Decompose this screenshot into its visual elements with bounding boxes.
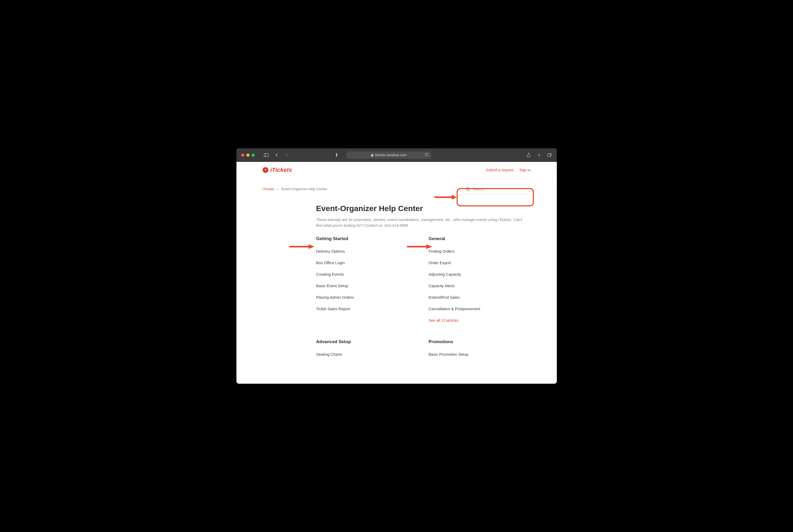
- sections-grid: Getting Started Delivery Options Box Off…: [316, 236, 531, 373]
- see-all-link[interactable]: See all 12 articles: [429, 318, 459, 323]
- close-window-button[interactable]: [241, 154, 244, 157]
- section-advanced-setup: Advanced Setup Seating Charts: [316, 339, 418, 360]
- page-title: Event-Organizer Help Center: [316, 204, 531, 213]
- search-input[interactable]: [472, 187, 526, 191]
- search-box[interactable]: [461, 184, 531, 194]
- submit-request-link[interactable]: Submit a request: [486, 168, 514, 172]
- svg-point-7: [466, 188, 469, 190]
- svg-rect-5: [548, 154, 550, 157]
- article-link[interactable]: Delivery Options: [316, 249, 345, 253]
- tabs-overview-icon[interactable]: [547, 152, 552, 158]
- article-link[interactable]: Order Export: [429, 261, 451, 265]
- maximize-window-button[interactable]: [252, 154, 255, 157]
- sidebar-toggle-icon[interactable]: [264, 152, 269, 158]
- breadcrumb-current: Event-Organizer Help Center: [282, 187, 327, 191]
- svg-line-8: [469, 190, 470, 191]
- window-controls: [241, 154, 255, 157]
- signin-link[interactable]: Sign in: [519, 168, 531, 172]
- brand-name: iTickets: [270, 167, 292, 173]
- svg-rect-2: [371, 155, 373, 156]
- article-link[interactable]: Capacity Alerts: [429, 284, 455, 288]
- logo-mark-icon: [263, 167, 268, 173]
- search-icon: [466, 187, 470, 191]
- minimize-window-button[interactable]: [246, 154, 250, 157]
- reload-icon[interactable]: [425, 153, 428, 157]
- site-header: iTickets Submit a request Sign in: [236, 162, 557, 178]
- main-content: Event-Organizer Help Center These tutori…: [236, 196, 557, 384]
- section-title: Getting Started: [316, 236, 418, 242]
- lock-icon: [371, 154, 373, 157]
- header-links: Submit a request Sign in: [486, 168, 531, 172]
- url-text: itickets.zendesk.com: [375, 153, 406, 157]
- breadcrumb: iTickets > Event-Organizer Help Center: [263, 187, 327, 191]
- new-tab-icon[interactable]: [537, 152, 542, 158]
- article-link[interactable]: Placing Admin Orders: [316, 295, 354, 300]
- section-title: Advanced Setup: [316, 339, 418, 344]
- section-promotions: Promotions Basic Promotion Setup: [429, 339, 531, 360]
- article-link[interactable]: Finding Orders: [429, 249, 454, 253]
- article-link[interactable]: Cancellation & Postponement: [429, 306, 481, 311]
- page-description: These tutorials are for promoters, venue…: [316, 217, 525, 229]
- forward-button[interactable]: [284, 152, 289, 158]
- breadcrumb-root[interactable]: iTickets: [263, 187, 274, 191]
- article-link[interactable]: Ticket Sales Report: [316, 306, 350, 311]
- article-link[interactable]: Seating Charts: [316, 352, 342, 357]
- page-body: iTickets Submit a request Sign in iTicke…: [236, 162, 557, 384]
- shield-icon[interactable]: [333, 152, 339, 158]
- section-general: General Finding Orders Order Export Adju…: [429, 236, 531, 326]
- article-link[interactable]: Adjusting Capacity: [429, 272, 461, 277]
- browser-window: itickets.zendesk.com iTicket: [236, 148, 557, 384]
- url-bar[interactable]: itickets.zendesk.com: [346, 151, 431, 159]
- breadcrumb-separator: >: [275, 187, 281, 191]
- section-title: Promotions: [429, 339, 531, 344]
- svg-rect-0: [264, 154, 268, 157]
- article-link[interactable]: Basic Event Setup: [316, 284, 348, 288]
- section-getting-started: Getting Started Delivery Options Box Off…: [316, 236, 418, 326]
- section-title: General: [429, 236, 531, 242]
- article-link[interactable]: Box Office Login: [316, 261, 345, 265]
- back-button[interactable]: [274, 152, 279, 158]
- article-link[interactable]: Extend/End Sales: [429, 295, 460, 300]
- share-icon[interactable]: [526, 152, 531, 158]
- browser-titlebar: itickets.zendesk.com: [236, 148, 557, 162]
- article-link[interactable]: Basic Promotion Setup: [429, 352, 469, 357]
- brand-logo[interactable]: iTickets: [263, 167, 292, 173]
- article-link[interactable]: Creating Events: [316, 272, 344, 277]
- sub-header: iTickets > Event-Organizer Help Center: [236, 178, 557, 196]
